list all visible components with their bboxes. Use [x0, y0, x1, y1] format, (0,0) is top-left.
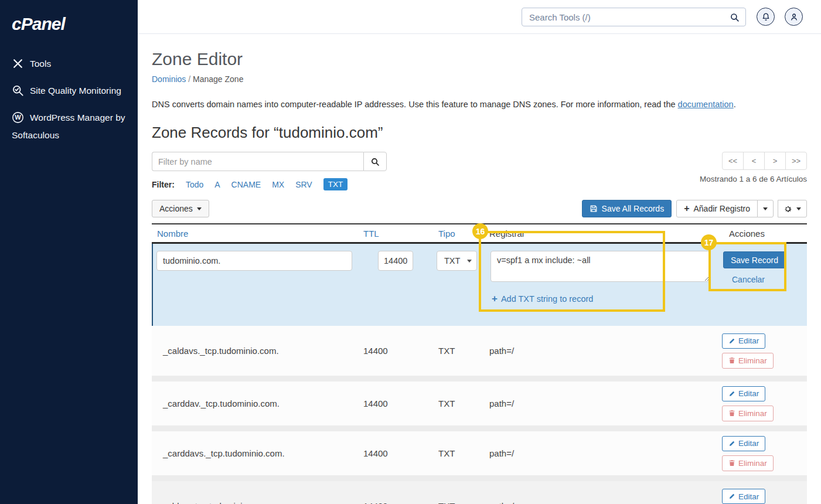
edit-label: Editar [738, 336, 759, 345]
save-record-button[interactable]: Save Record [723, 251, 786, 268]
acciones-label: Acciones [159, 204, 193, 213]
search-input[interactable] [528, 12, 730, 23]
column-header-nombre[interactable]: Nombre [152, 229, 363, 239]
sidebar-item-label: Tools [30, 59, 51, 69]
record-ttl: 14400 [363, 501, 434, 504]
delete-button[interactable]: Eliminar [722, 406, 774, 421]
description-text: DNS converts domain names into computer-… [152, 100, 676, 109]
wordpress-icon: W [12, 111, 24, 124]
filter-label: Filter: [152, 180, 175, 189]
edit-button[interactable]: Editar [722, 333, 765, 349]
sidebar-item-label: WordPress Manager by Softaculous [12, 113, 125, 140]
table-row: _caldavs._tcp.tudominio.com. 14400 TXT p… [152, 326, 807, 376]
column-header-ttl[interactable]: TTL [363, 229, 434, 239]
description-period: . [734, 100, 736, 109]
pagination-last-button[interactable]: >> [785, 152, 807, 170]
add-txt-string-link[interactable]: +Add TXT string to record [492, 294, 593, 304]
trash-icon [728, 357, 735, 364]
chevron-down-icon [796, 207, 801, 210]
delete-button[interactable]: Eliminar [722, 455, 774, 471]
pagination-summary: Mostrando 1 a 6 de 6 Artículos [700, 175, 807, 183]
account-button[interactable] [785, 8, 803, 26]
column-header-acciones: Acciones [709, 229, 807, 239]
save-all-records-button[interactable]: Save All Records [582, 200, 672, 217]
record-value-textarea[interactable]: v=spf1 a mx include: ~all [490, 251, 710, 282]
sidebar-item-tools[interactable]: Tools [0, 55, 138, 73]
gear-icon [783, 205, 792, 213]
record-value: path=/ [486, 501, 709, 504]
record-edit-row: TXT v=spf1 a mx include: ~all +Add TXT s… [152, 244, 807, 326]
column-header-tipo[interactable]: Tipo [434, 229, 486, 239]
edit-label: Editar [738, 389, 759, 398]
filter-bar: Filter: Todo A CNAME MX SRV TXT << < > >… [152, 152, 807, 190]
edit-button[interactable]: Editar [722, 436, 765, 451]
add-txt-string-label: Add TXT string to record [501, 294, 593, 304]
filter-by-name-input[interactable] [152, 152, 363, 171]
record-value: path=/ [486, 448, 709, 458]
sidebar-item-site-quality[interactable]: Site Quality Monitoring [0, 82, 138, 100]
sidebar-item-wordpress-manager[interactable]: W WordPress Manager by Softaculous [0, 109, 138, 144]
save-icon [590, 205, 598, 213]
trash-icon [728, 410, 735, 417]
filter-a[interactable]: A [214, 180, 220, 189]
breadcrumb: Dominios / Manage Zone [152, 74, 807, 84]
chevron-down-icon [467, 260, 472, 263]
edit-button[interactable]: Editar [722, 386, 765, 401]
add-record-dropdown-toggle[interactable] [757, 200, 774, 217]
save-all-label: Save All Records [602, 204, 665, 213]
filter-srv[interactable]: SRV [295, 180, 312, 189]
filter-cname[interactable]: CNAME [231, 180, 261, 189]
record-value: path=/ [486, 346, 709, 356]
chevron-down-icon [763, 207, 768, 210]
table-row: _carddavs._tcp.tudominio.com. 14400 TXT … [152, 425, 807, 475]
user-icon [789, 12, 799, 22]
record-type: TXT [434, 399, 486, 408]
tools-icon [12, 57, 24, 70]
pagination-first-button[interactable]: << [722, 152, 744, 170]
filter-search-button[interactable] [363, 152, 387, 171]
delete-button[interactable]: Eliminar [722, 353, 774, 369]
record-ttl: 14400 [363, 346, 434, 356]
chevron-down-icon [197, 207, 202, 210]
filter-todo[interactable]: Todo [186, 180, 203, 189]
cpanel-logo[interactable]: cPanel [12, 14, 138, 34]
record-type-select[interactable]: TXT [437, 251, 477, 271]
cancel-link[interactable]: Cancelar [732, 275, 765, 284]
page-title: Zone Editor [152, 49, 807, 69]
table-row: caldav._tcp.tudominio.com 14400 TXT path… [152, 475, 807, 504]
pagination-next-button[interactable]: > [764, 152, 786, 170]
edit-label: Editar [738, 439, 759, 448]
add-record-button[interactable]: + Añadir Registro [676, 200, 758, 217]
filter-mx[interactable]: MX [272, 180, 284, 189]
documentation-link[interactable]: documentation [678, 100, 734, 109]
zone-records-heading: Zone Records for “tudominio.com” [152, 124, 807, 142]
save-record-label: Save Record [731, 256, 778, 265]
record-ttl-input[interactable] [378, 251, 413, 271]
plus-icon: + [492, 294, 498, 304]
pencil-icon [728, 338, 735, 345]
table-settings-button[interactable] [778, 200, 807, 217]
record-name: _carddavs._tcp.tudominio.com. [152, 448, 363, 458]
record-name-input[interactable] [156, 251, 352, 271]
bell-icon [761, 12, 771, 22]
pagination-prev-button[interactable]: < [743, 152, 765, 170]
edit-button[interactable]: Editar [722, 489, 765, 504]
breadcrumb-current: Manage Zone [193, 74, 243, 84]
notifications-button[interactable] [757, 8, 775, 26]
filter-txt-active[interactable]: TXT [323, 178, 348, 190]
record-type: TXT [434, 346, 486, 356]
record-name: caldav._tcp.tudominio.com [152, 501, 363, 504]
delete-label: Eliminar [738, 356, 767, 365]
record-ttl: 14400 [363, 399, 434, 408]
record-type: TXT [434, 448, 486, 458]
global-search[interactable] [522, 8, 746, 26]
acciones-dropdown-button[interactable]: Acciones [152, 200, 209, 217]
search-icon[interactable] [730, 12, 740, 22]
zone-records-table: Nombre TTL Tipo Registrar Acciones TXT v… [152, 223, 807, 504]
breadcrumb-dominios[interactable]: Dominios [152, 74, 186, 84]
pencil-icon [728, 390, 735, 397]
search-icon [370, 157, 380, 166]
edit-label: Editar [738, 492, 759, 501]
filter-type-links: Filter: Todo A CNAME MX SRV TXT [152, 178, 387, 190]
record-type-value: TXT [444, 256, 460, 265]
